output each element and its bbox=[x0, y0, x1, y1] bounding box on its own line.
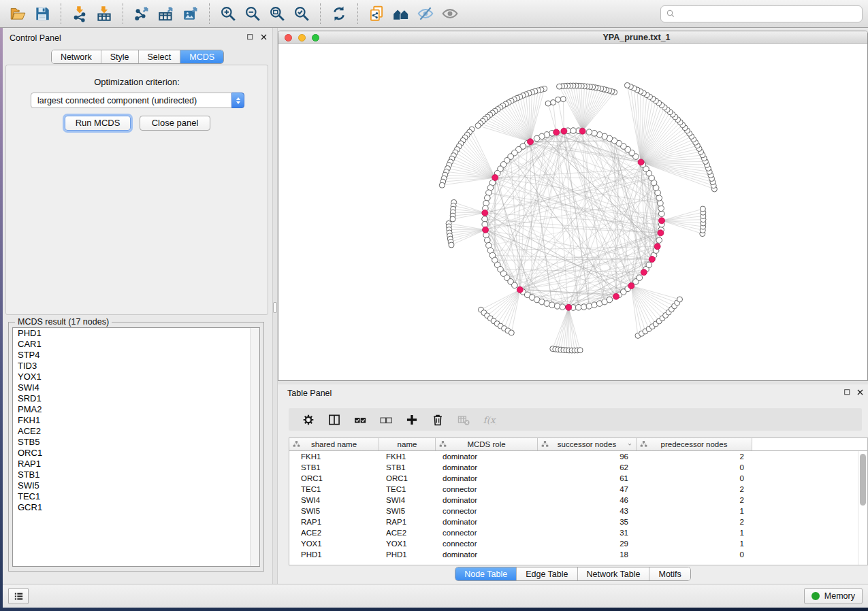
show-columns-button[interactable] bbox=[321, 410, 347, 430]
leaf-node[interactable] bbox=[545, 101, 551, 106]
network-node[interactable] bbox=[658, 205, 664, 212]
list-item[interactable]: STB1 bbox=[13, 469, 259, 480]
table-row[interactable]: ORC1ORC1dominator610 bbox=[289, 473, 867, 484]
list-item[interactable]: SWI5 bbox=[13, 480, 259, 491]
list-item[interactable]: ORC1 bbox=[13, 448, 259, 459]
minimize-window-icon[interactable] bbox=[298, 34, 306, 42]
export-image-button[interactable] bbox=[178, 3, 203, 24]
delete-column-button[interactable] bbox=[425, 410, 451, 430]
leaf-node[interactable] bbox=[509, 330, 514, 335]
add-column-button[interactable] bbox=[399, 410, 425, 430]
leaf-node[interactable] bbox=[475, 123, 481, 129]
network-node[interactable] bbox=[534, 135, 540, 142]
network-node[interactable] bbox=[549, 302, 556, 308]
tab-node-table[interactable]: Node Table bbox=[455, 567, 517, 580]
tab-mcds[interactable]: MCDS bbox=[180, 50, 223, 63]
mcds-node[interactable] bbox=[553, 129, 560, 135]
leaf-node[interactable] bbox=[700, 206, 705, 212]
tab-select[interactable]: Select bbox=[139, 50, 181, 63]
zoom-out-button[interactable] bbox=[240, 3, 265, 24]
tab-style[interactable]: Style bbox=[101, 50, 139, 63]
zoom-fit-button[interactable] bbox=[265, 3, 289, 24]
network-node[interactable] bbox=[658, 200, 664, 206]
list-item[interactable]: FKH1 bbox=[13, 415, 259, 426]
refresh-view-button[interactable] bbox=[327, 3, 351, 24]
network-node[interactable] bbox=[576, 305, 582, 311]
network-node[interactable] bbox=[592, 131, 598, 137]
zoom-selected-button[interactable] bbox=[289, 3, 314, 24]
network-node[interactable] bbox=[560, 304, 566, 310]
mcds-node[interactable] bbox=[528, 139, 534, 145]
leaf-node[interactable] bbox=[624, 82, 630, 88]
table-row[interactable]: SWI4SWI4dominator462 bbox=[289, 495, 867, 506]
hide-details-button[interactable] bbox=[413, 3, 438, 24]
mcds-list-scrollbar[interactable] bbox=[250, 328, 259, 566]
network-node[interactable] bbox=[570, 128, 577, 134]
run-mcds-button[interactable]: Run MCDS bbox=[65, 116, 131, 131]
mcds-node[interactable] bbox=[492, 175, 498, 181]
network-node[interactable] bbox=[482, 216, 488, 222]
network-node[interactable] bbox=[512, 282, 518, 288]
list-item[interactable]: ACE2 bbox=[13, 426, 259, 437]
mcds-node[interactable] bbox=[613, 293, 620, 299]
network-canvas[interactable] bbox=[278, 44, 868, 381]
network-node[interactable] bbox=[482, 222, 488, 228]
mcds-node[interactable] bbox=[628, 283, 634, 289]
search-input[interactable] bbox=[679, 9, 858, 18]
splitter-grip[interactable] bbox=[273, 302, 277, 313]
deselect-all-rows-button[interactable] bbox=[373, 410, 399, 430]
leaf-node[interactable] bbox=[450, 216, 455, 222]
optimization-criterion-select[interactable]: largest connected component (undirected) bbox=[31, 93, 244, 108]
close-panel-icon[interactable] bbox=[259, 33, 270, 43]
mcds-node[interactable] bbox=[659, 218, 665, 224]
list-item[interactable]: PHD1 bbox=[13, 328, 259, 339]
list-item[interactable]: PMA2 bbox=[13, 404, 259, 415]
network-node[interactable] bbox=[581, 304, 587, 310]
tab-edge-table[interactable]: Edge Table bbox=[517, 567, 577, 580]
import-table-button[interactable] bbox=[92, 3, 116, 24]
memory-button[interactable]: Memory bbox=[804, 588, 863, 604]
mcds-node[interactable] bbox=[483, 227, 489, 233]
copy-share-button[interactable] bbox=[364, 3, 389, 24]
table-row[interactable]: ACE2ACE2connector311 bbox=[289, 527, 867, 538]
mcds-node[interactable] bbox=[579, 128, 585, 134]
show-details-button[interactable] bbox=[438, 3, 462, 24]
list-item[interactable]: STB5 bbox=[13, 437, 259, 448]
open-session-button[interactable] bbox=[5, 3, 30, 24]
list-item[interactable]: GCR1 bbox=[13, 502, 259, 513]
mcds-node[interactable] bbox=[658, 230, 664, 236]
mcds-node[interactable] bbox=[517, 286, 523, 293]
mcds-node[interactable] bbox=[654, 244, 660, 250]
mcds-node[interactable] bbox=[649, 257, 655, 263]
network-node[interactable] bbox=[483, 200, 489, 206]
column-header-successor-nodes[interactable]: successor nodes bbox=[538, 438, 637, 450]
network-view[interactable] bbox=[278, 44, 868, 381]
tab-motifs[interactable]: Motifs bbox=[649, 567, 690, 580]
import-network-button[interactable] bbox=[67, 3, 92, 24]
leaf-node[interactable] bbox=[439, 182, 445, 188]
close-window-icon[interactable] bbox=[285, 34, 292, 42]
table-settings-button[interactable] bbox=[295, 410, 321, 430]
maximize-window-icon[interactable] bbox=[312, 34, 319, 42]
leaf-node[interactable] bbox=[560, 97, 566, 102]
table-row[interactable]: RAP1RAP1dominator352 bbox=[289, 516, 867, 527]
tab-network-table[interactable]: Network Table bbox=[578, 567, 650, 580]
list-item[interactable]: RAP1 bbox=[13, 459, 259, 469]
column-header-shared-name[interactable]: shared name bbox=[289, 438, 379, 450]
leaf-node[interactable] bbox=[449, 242, 454, 248]
zoom-in-button[interactable] bbox=[216, 3, 240, 24]
table-row[interactable]: TEC1TEC1connector472 bbox=[289, 484, 867, 495]
export-network-button[interactable] bbox=[129, 3, 154, 24]
mcds-node[interactable] bbox=[566, 304, 572, 310]
mcds-node[interactable] bbox=[482, 210, 488, 216]
float-panel-icon[interactable] bbox=[246, 33, 256, 43]
table-row[interactable]: PHD1PHD1dominator180 bbox=[289, 549, 867, 560]
table-row[interactable]: SWI5SWI5connector431 bbox=[289, 506, 867, 516]
list-item[interactable]: STP4 bbox=[13, 350, 259, 361]
column-header-name[interactable]: name bbox=[379, 438, 436, 450]
column-header-predecessor-nodes[interactable]: predecessor nodes bbox=[637, 438, 752, 450]
save-session-button[interactable] bbox=[30, 3, 54, 24]
tab-network[interactable]: Network bbox=[52, 50, 101, 63]
network-node[interactable] bbox=[586, 303, 592, 310]
list-item[interactable]: YOX1 bbox=[13, 371, 259, 382]
